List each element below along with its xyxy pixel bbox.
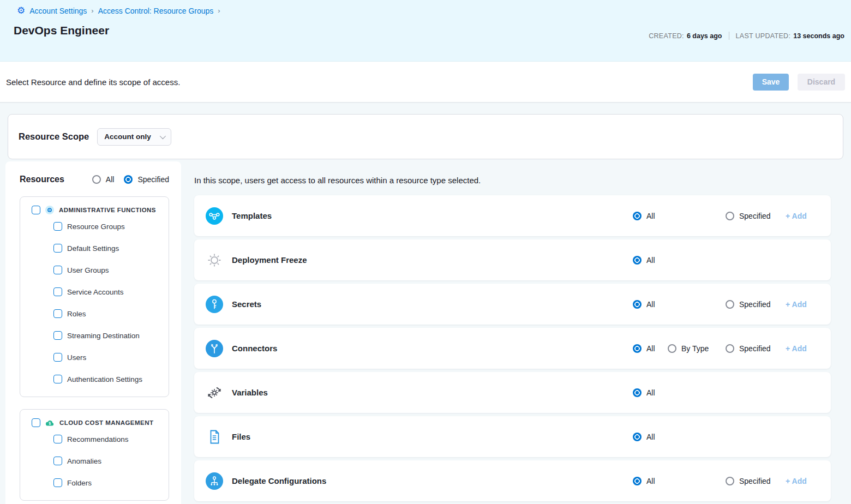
resource-row-secrets: Secrets + Add AllSpecified	[194, 284, 831, 325]
resource-rows-panel: In this scope, users get access to all r…	[194, 161, 831, 504]
radio-all[interactable]	[92, 175, 101, 184]
radio-label: Specified	[739, 477, 771, 485]
radio-all[interactable]	[633, 256, 642, 265]
radio-label: All	[106, 175, 115, 184]
variables-icon	[206, 384, 223, 401]
resource-type-service-accounts[interactable]: Service Accounts	[20, 281, 169, 303]
resource-type-streaming-destination[interactable]: Streaming Destination	[20, 325, 169, 346]
option-all[interactable]: All	[633, 212, 655, 220]
add-button[interactable]: + Add	[786, 212, 807, 220]
radio-specified[interactable]	[726, 477, 734, 485]
resource-type-checkbox[interactable]	[53, 222, 62, 231]
resource-type-roles[interactable]: Roles	[20, 303, 169, 325]
action-toolbar: Select Resource and define its scope of …	[0, 62, 851, 103]
resource-row-delegate-configurations: Delegate Configurations + Add AllSpecifi…	[194, 460, 831, 501]
scope-description: In this scope, users get access to all r…	[194, 175, 831, 187]
chevron-down-icon	[160, 133, 166, 139]
radio-label: All	[646, 344, 655, 353]
radio-label: Specified	[739, 344, 771, 353]
breadcrumb-link-account-settings[interactable]: Account Settings	[29, 7, 87, 15]
resource-type-checkbox[interactable]	[53, 331, 62, 340]
radio-by-type[interactable]	[668, 344, 676, 353]
category-checkbox[interactable]	[32, 206, 40, 214]
radio-label: Specified	[739, 300, 771, 309]
option-all[interactable]: All	[633, 344, 655, 353]
resource-type-checkbox[interactable]	[53, 435, 62, 443]
option-all[interactable]: All	[633, 300, 655, 309]
radio-all[interactable]	[633, 388, 642, 397]
resource-type-checkbox[interactable]	[53, 266, 62, 274]
add-button[interactable]: + Add	[786, 300, 807, 309]
discard-button[interactable]: Discard	[798, 74, 845, 91]
option-all[interactable]: All	[633, 256, 655, 265]
resource-type-checkbox[interactable]	[53, 353, 62, 362]
radio-specified[interactable]	[726, 212, 734, 220]
content-area: Resource Scope Account only Resources Al…	[0, 103, 851, 504]
option-specified[interactable]: Specified	[726, 344, 771, 353]
option-all[interactable]: All	[633, 388, 655, 397]
category-label: CLOUD COST MANAGEMENT	[59, 419, 153, 426]
radio-label: All	[646, 300, 655, 309]
radio-all[interactable]	[633, 344, 642, 353]
option-specified[interactable]: Specified	[124, 175, 169, 184]
resource-type-default-settings[interactable]: Default Settings	[20, 237, 169, 259]
radio-all[interactable]	[633, 433, 642, 441]
created-label: CREATED:	[649, 32, 684, 40]
resource-type-resource-groups[interactable]: Resource Groups	[20, 215, 169, 237]
radio-all[interactable]	[633, 212, 642, 220]
option-specified[interactable]: Specified	[726, 300, 771, 309]
templates-icon	[206, 207, 223, 225]
resource-scope-card: Resource Scope Account only	[8, 114, 843, 159]
resources-title: Resources	[20, 175, 64, 184]
resource-type-recommendations[interactable]: Recommendations	[20, 428, 169, 450]
resource-type-checkbox[interactable]	[53, 244, 62, 253]
meta-divider	[729, 32, 729, 40]
record-meta: CREATED: 6 days ago LAST UPDATED: 13 sec…	[649, 32, 844, 40]
resource-type-checkbox[interactable]	[53, 457, 62, 465]
resource-scope-select[interactable]: Account only	[97, 128, 171, 146]
resource-scope-label: Resource Scope	[19, 131, 89, 142]
resource-type-folders[interactable]: Folders	[20, 472, 169, 494]
resource-type-authentication-settings[interactable]: Authentication Settings	[20, 368, 169, 390]
breadcrumb-separator-icon: ›	[91, 7, 93, 15]
radio-label: All	[646, 212, 655, 220]
resource-type-checkbox[interactable]	[53, 309, 62, 318]
resources-mode-radios: AllSpecified	[92, 175, 169, 184]
breadcrumb: ⚙ Account Settings›Access Control: Resou…	[0, 0, 851, 15]
resource-scope-value: Account only	[104, 133, 151, 141]
resource-row-deployment-freeze: Deployment Freeze All	[194, 239, 831, 280]
resource-type-anomalies[interactable]: Anomalies	[20, 450, 169, 472]
radio-specified[interactable]	[726, 344, 734, 353]
option-all[interactable]: All	[92, 175, 115, 184]
category-checkbox[interactable]	[32, 418, 40, 427]
category-card-administrative-functions: ADMINISTRATIVE FUNCTIONS Resource Groups…	[20, 196, 169, 397]
page-header: ⚙ Account Settings›Access Control: Resou…	[0, 0, 851, 62]
add-button[interactable]: + Add	[786, 477, 807, 485]
option-specified[interactable]: Specified	[726, 477, 771, 485]
secrets-icon	[206, 296, 223, 313]
breadcrumb-link-access-control-resource-groups[interactable]: Access Control: Resource Groups	[98, 7, 214, 15]
resource-type-user-groups[interactable]: User Groups	[20, 259, 169, 281]
resource-row-templates: Templates + Add AllSpecified	[194, 195, 831, 236]
option-all[interactable]: All	[633, 433, 655, 441]
radio-specified[interactable]	[124, 175, 133, 184]
last-updated-label: LAST UPDATED:	[736, 32, 791, 40]
resource-type-checkbox[interactable]	[53, 287, 62, 296]
radio-label: By Type	[681, 344, 709, 353]
save-button[interactable]: Save	[753, 74, 789, 91]
settings-gear-icon: ⚙	[17, 6, 25, 15]
connectors-icon	[206, 340, 223, 357]
option-specified[interactable]: Specified	[726, 212, 771, 220]
files-icon	[206, 428, 223, 446]
deployment-freeze-icon	[206, 251, 223, 269]
radio-all[interactable]	[633, 477, 642, 485]
radio-label: Specified	[739, 212, 771, 220]
resource-type-checkbox[interactable]	[53, 478, 62, 487]
add-button[interactable]: + Add	[786, 344, 807, 353]
radio-specified[interactable]	[726, 300, 734, 309]
option-all[interactable]: All	[633, 477, 655, 485]
resource-type-users[interactable]: Users	[20, 346, 169, 368]
resource-type-checkbox[interactable]	[53, 375, 62, 383]
option-by-type[interactable]: By Type	[668, 344, 709, 353]
radio-all[interactable]	[633, 300, 642, 309]
